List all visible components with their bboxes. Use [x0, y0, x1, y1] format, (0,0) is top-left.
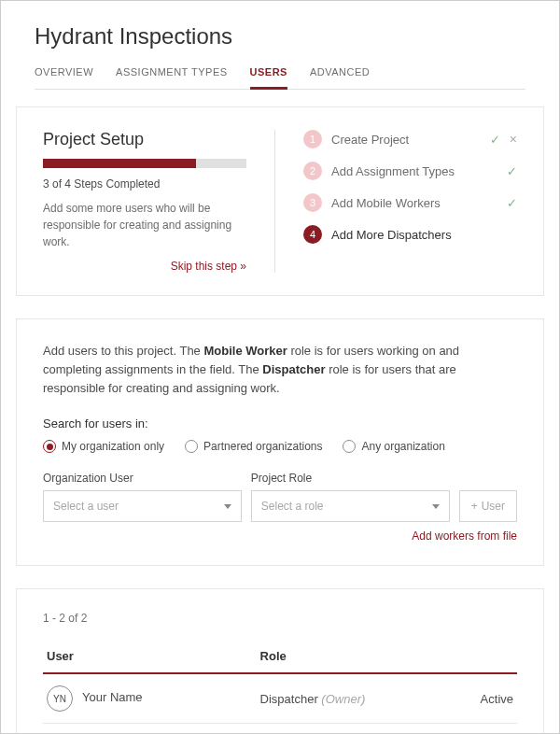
plus-icon: +: [471, 500, 478, 513]
setup-step-2: 2Add Assignment Types✓: [303, 162, 517, 180]
user-name: Your Name: [82, 691, 143, 705]
tabs: OVERVIEWASSIGNMENT TYPESUSERSADVANCED: [35, 66, 525, 90]
users-table-card: 1 - 2 of 2 User Role YNYour NameDispatch…: [16, 588, 544, 733]
page-title: Hydrant Inspections: [35, 23, 525, 49]
setup-step-3: 3Add Mobile Workers✓: [303, 193, 517, 212]
setup-title: Project Setup: [43, 130, 246, 149]
step-number-badge: 3: [303, 193, 322, 212]
radio-label: Partnered organizations: [203, 440, 322, 453]
project-role-label: Project Role: [251, 472, 450, 485]
step-label: Add Mobile Workers: [331, 196, 497, 210]
add-user-button[interactable]: + User: [459, 490, 517, 522]
org-user-select[interactable]: Select a user: [43, 490, 242, 522]
radio-my-organization-only[interactable]: My organization only: [43, 440, 164, 453]
intro-text-1: Add users to this project. The: [43, 344, 203, 358]
users-intro-text: Add users to this project. The Mobile Wo…: [43, 342, 517, 398]
remove-user-icon[interactable]: ⓧ: [461, 724, 517, 733]
step-number-badge: 1: [303, 130, 322, 148]
radio-label: My organization only: [62, 440, 164, 453]
col-role: Role: [257, 640, 461, 673]
role-suffix: (Owner): [321, 692, 365, 706]
check-icon: ✓: [507, 164, 517, 178]
setup-step-1: 1Create Project✓×: [303, 130, 517, 148]
steps-completed-text: 3 of 4 Steps Completed: [43, 177, 246, 191]
pagination-count: 1 - 2 of 2: [43, 612, 517, 625]
radio-label: Any organization: [361, 440, 444, 453]
radio-icon: [343, 440, 356, 453]
progress-fill: [43, 159, 196, 168]
radio-icon: [185, 440, 198, 453]
users-form-card: Add users to this project. The Mobile Wo…: [16, 318, 544, 566]
radio-icon: [43, 440, 56, 453]
step-label: Add More Dispatchers: [331, 228, 517, 242]
step-label: Add Assignment Types: [331, 164, 497, 178]
dispatcher-bold: Dispatcher: [262, 362, 325, 376]
step-number-badge: 2: [303, 162, 322, 180]
user-role: Dispatcher: [260, 692, 322, 706]
tab-users[interactable]: USERS: [250, 66, 287, 90]
chevron-down-icon: [224, 504, 231, 509]
project-setup-card: Project Setup 3 of 4 Steps Completed Add…: [16, 106, 544, 296]
step-number-badge: 4: [303, 225, 322, 244]
add-workers-from-file-link[interactable]: Add workers from file: [43, 529, 517, 543]
radio-partnered-organizations[interactable]: Partnered organizations: [185, 440, 322, 453]
org-user-label: Organization User: [43, 472, 242, 485]
search-scope-label: Search for users in:: [43, 416, 517, 431]
add-user-button-label: User: [482, 500, 505, 513]
tab-assignment-types[interactable]: ASSIGNMENT TYPES: [116, 66, 227, 89]
avatar: YN: [47, 685, 73, 712]
col-user: User: [43, 640, 257, 673]
chevron-down-icon: [432, 504, 440, 509]
project-role-select[interactable]: Select a role: [251, 490, 450, 522]
skip-step-link[interactable]: Skip this step »: [43, 260, 246, 273]
setup-step-4: 4Add More Dispatchers: [303, 225, 517, 244]
check-icon: ✓: [490, 133, 500, 147]
search-scope-radios: My organization onlyPartnered organizati…: [43, 440, 517, 453]
close-icon[interactable]: ×: [510, 132, 517, 147]
user-status: Active: [461, 673, 517, 724]
project-role-placeholder: Select a role: [261, 500, 324, 513]
org-user-placeholder: Select a user: [53, 500, 119, 513]
tab-overview[interactable]: OVERVIEW: [35, 66, 93, 89]
setup-hint: Add some more users who will be responsi…: [43, 200, 246, 250]
step-label: Create Project: [331, 133, 481, 147]
table-row: YNYour NameMobile Worker ⓧ: [43, 724, 517, 733]
setup-step-list: 1Create Project✓×2Add Assignment Types✓3…: [303, 130, 517, 244]
radio-any-organization[interactable]: Any organization: [343, 440, 444, 453]
tab-advanced[interactable]: ADVANCED: [310, 66, 370, 89]
mobile-worker-bold: Mobile Worker: [203, 344, 287, 358]
check-icon: ✓: [507, 196, 517, 210]
users-table: User Role YNYour NameDispatcher (Owner)A…: [43, 640, 517, 733]
table-row: YNYour NameDispatcher (Owner)Active: [43, 673, 517, 724]
vertical-divider: [274, 130, 275, 273]
progress-bar: [43, 159, 246, 168]
